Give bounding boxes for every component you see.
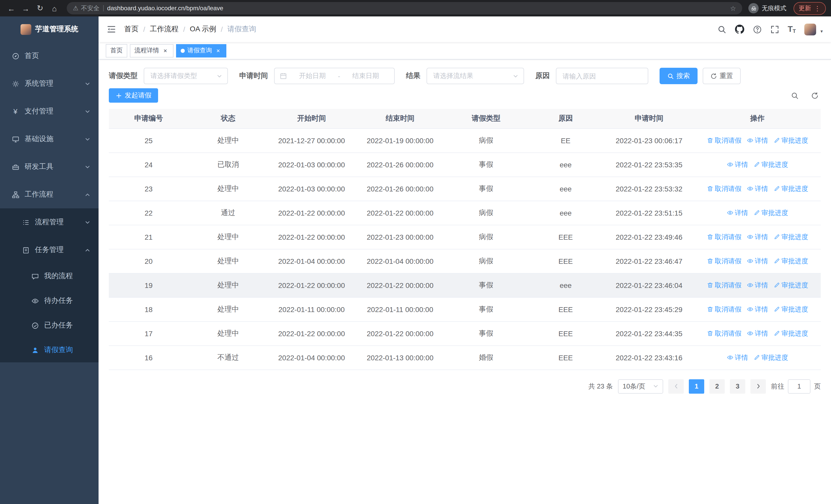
browser-menu-icon[interactable]: ⋮ [814, 4, 821, 12]
sidebar-item-process-management[interactable]: 流程管理 [0, 208, 98, 236]
close-icon[interactable]: × [162, 47, 169, 54]
reason-input[interactable] [556, 68, 648, 84]
detail-link-label: 详情 [735, 208, 748, 217]
app-logo[interactable]: 芋道管理系统 [0, 17, 98, 42]
create-leave-button[interactable]: 发起请假 [109, 88, 158, 102]
sidebar-item-home[interactable]: 首页 [0, 42, 98, 70]
close-icon[interactable]: × [214, 47, 222, 54]
approval-progress-link[interactable]: 审批进度 [773, 280, 808, 290]
detail-link[interactable]: 详情 [726, 160, 748, 169]
hamburger-icon[interactable] [107, 25, 116, 34]
breadcrumb: 首页 / 工作流程 / OA 示例 / 请假查询 [124, 25, 256, 34]
reload-icon[interactable]: ↻ [34, 2, 46, 14]
reset-button[interactable]: 重置 [703, 68, 741, 84]
tab-process-detail[interactable]: 流程详情 × [130, 44, 173, 57]
user-avatar[interactable] [805, 23, 816, 35]
approval-progress-link[interactable]: 审批进度 [753, 208, 788, 217]
cancel-leave-link[interactable]: 取消请假 [707, 280, 741, 290]
forward-icon[interactable]: → [20, 2, 32, 14]
apply-time-range-picker[interactable]: 开始日期 - 结束日期 [274, 68, 395, 84]
prev-page-button[interactable] [668, 379, 684, 393]
next-page-button[interactable] [750, 379, 766, 393]
tab-leave-query[interactable]: 请假查询 × [176, 44, 226, 57]
security-status[interactable]: ⚠ 不安全 [73, 4, 99, 12]
help-icon[interactable] [753, 25, 762, 34]
tab-home[interactable]: 首页 [106, 44, 127, 57]
table-row[interactable]: 22通过2022-01-22 00:00:002022-01-22 00:00:… [109, 201, 821, 225]
fullscreen-icon[interactable] [770, 25, 779, 34]
page-button-3[interactable]: 3 [730, 379, 745, 393]
refresh-icon[interactable] [811, 92, 819, 99]
top-navbar: 首页 / 工作流程 / OA 示例 / 请假查询 TT [98, 17, 831, 42]
search-button[interactable]: 搜索 [660, 68, 697, 84]
page-button-2[interactable]: 2 [709, 379, 725, 393]
font-size-icon[interactable]: TT [787, 25, 796, 34]
cancel-leave-link[interactable]: 取消请假 [707, 184, 741, 193]
table-row[interactable]: 20处理中2022-01-04 00:00:002022-01-04 00:00… [109, 249, 821, 273]
cell-start-time: 2022-01-04 00:00:00 [268, 346, 355, 369]
detail-link[interactable]: 详情 [747, 305, 768, 314]
table-row[interactable]: 16不通过2022-01-04 00:00:002022-01-13 00:00… [109, 346, 821, 369]
breadcrumb-item[interactable]: 工作流程 [150, 25, 179, 34]
cell-application-id: 17 [109, 321, 189, 346]
table-row[interactable]: 21处理中2022-01-22 00:00:002022-01-23 00:00… [109, 225, 821, 249]
approval-progress-link[interactable]: 审批进度 [753, 160, 788, 169]
home-icon[interactable]: ⌂ [48, 2, 61, 14]
leave-type-select[interactable]: 请选择请假类型 [144, 68, 228, 84]
table-row[interactable]: 25处理中2021-12-27 00:00:002022-01-19 00:00… [109, 128, 821, 152]
table-row[interactable]: 19处理中2022-01-22 00:00:002022-01-22 00:00… [109, 273, 821, 297]
github-icon[interactable] [735, 25, 744, 34]
detail-link[interactable]: 详情 [726, 353, 748, 362]
approval-progress-link[interactable]: 审批进度 [773, 305, 808, 314]
breadcrumb-item[interactable]: OA 示例 [190, 25, 216, 34]
sidebar-item-todo-tasks[interactable]: 待办任务 [0, 289, 98, 313]
caret-down-icon[interactable]: ▾ [821, 28, 823, 35]
browser-update-button[interactable]: 更新 ⋮ [794, 2, 826, 14]
sidebar-item-done-tasks[interactable]: 已办任务 [0, 313, 98, 338]
bookmark-star-icon[interactable]: ☆ [730, 4, 736, 12]
approval-progress-link[interactable]: 审批进度 [773, 184, 808, 193]
page-button-1[interactable]: 1 [689, 379, 704, 393]
cancel-leave-link[interactable]: 取消请假 [707, 305, 741, 314]
cell-application-id: 16 [109, 346, 189, 369]
sidebar-item-my-processes[interactable]: 我的流程 [0, 264, 98, 289]
cancel-leave-link[interactable]: 取消请假 [707, 329, 741, 338]
page-size-select[interactable]: 10条/页 [618, 379, 663, 393]
cancel-leave-link[interactable]: 取消请假 [707, 256, 741, 266]
sidebar-item-infrastructure[interactable]: 基础设施 [0, 125, 98, 153]
cancel-leave-link-label: 取消请假 [715, 280, 741, 290]
approval-progress-link-label: 审批进度 [781, 305, 808, 314]
url-text[interactable]: dashboard.yudao.iocoder.cn/bpm/oa/leave [107, 5, 726, 12]
cancel-leave-link[interactable]: 取消请假 [707, 136, 741, 145]
table-row[interactable]: 23处理中2022-01-03 00:00:002022-01-26 00:00… [109, 177, 821, 201]
approval-progress-link[interactable]: 审批进度 [773, 232, 808, 241]
detail-link[interactable]: 详情 [747, 184, 768, 193]
sidebar-item-system-management[interactable]: 系统管理 [0, 70, 98, 97]
url-bar[interactable]: ⚠ 不安全 dashboard.yudao.iocoder.cn/bpm/oa/… [67, 2, 742, 14]
cancel-leave-link[interactable]: 取消请假 [707, 232, 741, 241]
approval-progress-link[interactable]: 审批进度 [773, 136, 808, 145]
breadcrumb-item[interactable]: 首页 [124, 25, 139, 34]
approval-progress-link[interactable]: 审批进度 [773, 256, 808, 266]
back-icon[interactable]: ← [5, 2, 18, 14]
approval-progress-link[interactable]: 审批进度 [753, 353, 788, 362]
table-row[interactable]: 24已取消2022-01-03 00:00:002022-01-26 00:00… [109, 152, 821, 177]
sidebar-item-dev-tools[interactable]: 研发工具 [0, 153, 98, 181]
sidebar-item-payment-management[interactable]: ¥ 支付管理 [0, 97, 98, 125]
detail-link[interactable]: 详情 [747, 136, 768, 145]
detail-link[interactable]: 详情 [747, 329, 768, 338]
sidebar-item-workflow[interactable]: 工作流程 [0, 181, 98, 208]
toggle-search-icon[interactable] [791, 92, 799, 99]
detail-link[interactable]: 详情 [747, 256, 768, 266]
sidebar-item-leave-query[interactable]: 请假查询 [0, 338, 98, 362]
search-icon[interactable] [717, 25, 726, 34]
sidebar-item-task-management[interactable]: 任务管理 [0, 236, 98, 264]
table-row[interactable]: 17处理中2022-01-22 00:00:002022-01-22 00:00… [109, 321, 821, 346]
table-row[interactable]: 18处理中2022-01-11 00:00:002022-01-11 00:00… [109, 297, 821, 321]
detail-link[interactable]: 详情 [726, 208, 748, 217]
goto-page-input[interactable] [788, 379, 810, 393]
approval-progress-link[interactable]: 审批进度 [773, 329, 808, 338]
detail-link[interactable]: 详情 [747, 280, 768, 290]
result-select[interactable]: 请选择流结果 [427, 68, 524, 84]
detail-link[interactable]: 详情 [747, 232, 768, 241]
